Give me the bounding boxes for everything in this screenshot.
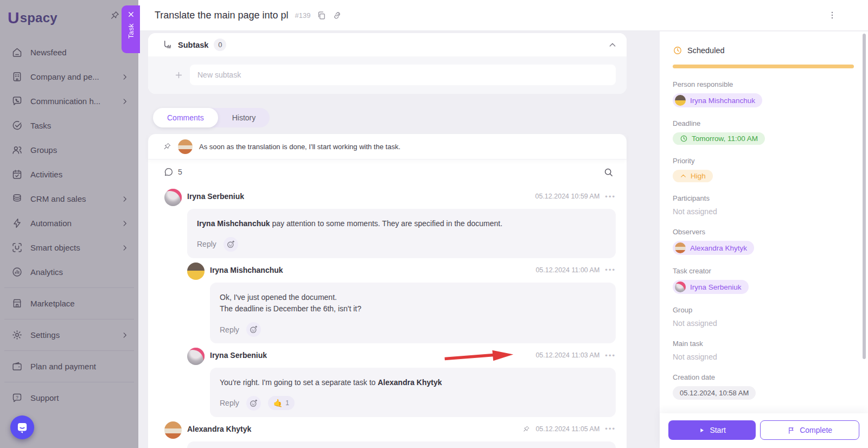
- field-task-creator: Task creatorIryna Serbeniuk: [673, 267, 854, 294]
- priority-pill[interactable]: High: [673, 170, 713, 182]
- comment-bubble: You're right. I'm going to set a separat…: [210, 368, 616, 417]
- tab-history[interactable]: History: [218, 108, 270, 127]
- not-assigned-value: Not assigned: [673, 353, 717, 361]
- comments-list: Iryna Serbeniuk 05.12.2024 10:59 AM ••• …: [148, 189, 627, 448]
- field-label: Deadline: [673, 119, 854, 127]
- person-name: Iryna Mishchanchuk: [690, 97, 755, 105]
- start-button[interactable]: Start: [668, 420, 756, 440]
- red-arrow-annotation: [442, 349, 515, 362]
- avatar: [164, 189, 182, 206]
- comment-item: Iryna Serbeniuk 05.12.2024 10:59 AM ••• …: [164, 189, 616, 258]
- comment-text: You're right. I'm going to set a separat…: [220, 377, 606, 389]
- avatar: [675, 95, 686, 106]
- add-reaction-button[interactable]: [246, 396, 261, 411]
- reaction-pill[interactable]: 🤙1: [268, 396, 295, 410]
- field-creation-date: Creation date05.12.2024, 10:58 AM: [673, 373, 854, 400]
- field-label: Priority: [673, 157, 854, 165]
- field-group: GroupNot assigned: [673, 306, 854, 328]
- tab-comments[interactable]: Comments: [153, 108, 218, 127]
- page-title: Translate the main page into pl: [155, 10, 288, 21]
- comment-item: Iryna Mishchanchuk 05.12.2024 11:00 AM •…: [187, 263, 616, 343]
- person-pill[interactable]: Iryna Serbeniuk: [673, 280, 749, 294]
- link-icon[interactable]: [333, 11, 342, 20]
- support-chat-button[interactable]: [10, 415, 34, 439]
- subtask-header[interactable]: Subtask 0: [148, 33, 627, 56]
- comment-text: Iryna Mishchanchuk pay attention to some…: [197, 218, 606, 230]
- status-badge: Scheduled: [687, 46, 725, 55]
- field-label: Group: [673, 306, 854, 314]
- sidebar-dim-overlay: [0, 0, 138, 448]
- comment-header: Alexandra Khytyk 05.12.2024 11:05 AM •••: [187, 421, 616, 437]
- avatar: [675, 242, 686, 253]
- field-label: Person responsible: [673, 80, 854, 88]
- pin-icon: [163, 142, 171, 151]
- comment-menu-icon[interactable]: •••: [605, 352, 616, 359]
- pinned-comment-text: As soon as the translation is done, I'll…: [199, 143, 400, 151]
- status-row[interactable]: Scheduled: [673, 46, 854, 55]
- kebab-menu-icon[interactable]: [827, 10, 838, 23]
- scrollbar[interactable]: [863, 34, 866, 359]
- reply-button[interactable]: Reply: [220, 325, 239, 334]
- status-progress-bar: [673, 65, 854, 68]
- comments-history-tabs: Comments History: [153, 108, 270, 127]
- avatar: [178, 139, 193, 154]
- flag-icon: [787, 426, 795, 434]
- field-value: Not assigned: [673, 207, 854, 216]
- field-label: Task creator: [673, 267, 854, 275]
- comment-bubble: Ok, I've just opened the document.The de…: [210, 283, 616, 343]
- comment-bubble: As soon as the translation is done, I'll…: [187, 441, 616, 448]
- subtask-count-badge: 0: [214, 39, 226, 51]
- comment-header: Iryna Mishchanchuk 05.12.2024 11:00 AM •…: [210, 263, 616, 278]
- field-person-responsible: Person responsibleIryna Mishchanchuk: [673, 80, 854, 107]
- close-icon: [127, 10, 135, 18]
- complete-button[interactable]: Complete: [760, 420, 859, 440]
- person-name: Iryna Serbeniuk: [690, 283, 742, 291]
- avatar: [187, 348, 205, 365]
- clock-icon: [673, 46, 682, 55]
- add-reaction-button[interactable]: [246, 322, 261, 337]
- field-value: Not assigned: [673, 353, 854, 361]
- field-value: Iryna Mishchanchuk: [673, 93, 854, 107]
- field-value: High: [673, 170, 854, 182]
- deadline-value: Tomorrow, 11:00 AM: [692, 135, 758, 143]
- person-pill[interactable]: Iryna Mishchanchuk: [673, 93, 762, 107]
- task-content: Subtask 0 Comments History As soon as th…: [138, 31, 660, 448]
- comment-bubble: Iryna Mishchanchuk pay attention to some…: [187, 209, 616, 258]
- avatar: [187, 263, 205, 280]
- new-subtask-input[interactable]: [190, 65, 616, 85]
- reply-button[interactable]: Reply: [197, 240, 216, 248]
- comments-count: 5: [178, 168, 182, 176]
- person-pill[interactable]: Alexandra Khytyk: [673, 241, 754, 255]
- task-panel-tab[interactable]: Task: [122, 5, 140, 53]
- deadline-pill[interactable]: Tomorrow, 11:00 AM: [673, 132, 765, 145]
- field-priority: PriorityHigh: [673, 157, 854, 182]
- field-participants: ParticipantsNot assigned: [673, 194, 854, 216]
- field-deadline: DeadlineTomorrow, 11:00 AM: [673, 119, 854, 145]
- reply-button[interactable]: Reply: [220, 399, 239, 407]
- comment-menu-icon[interactable]: •••: [605, 193, 616, 200]
- task-tab-label: Task: [127, 23, 135, 39]
- comment-actions: Reply: [197, 237, 606, 252]
- creation-date-value: 05.12.2024, 10:58 AM: [673, 386, 756, 400]
- collapse-chevron-icon[interactable]: [608, 41, 617, 49]
- comment-actions: Reply: [220, 322, 606, 337]
- comment-menu-icon[interactable]: •••: [605, 425, 616, 432]
- not-assigned-value: Not assigned: [673, 207, 717, 216]
- copy-icon[interactable]: [317, 11, 326, 20]
- comment-menu-icon[interactable]: •••: [605, 266, 616, 273]
- search-icon[interactable]: [603, 167, 614, 177]
- comment-item: Alexandra Khytyk 05.12.2024 11:05 AM •••…: [164, 421, 616, 448]
- field-value: Iryna Serbeniuk: [673, 280, 854, 294]
- pin-icon: [522, 425, 530, 433]
- comment-timestamp: 05.12.2024 11:03 AM: [535, 351, 599, 359]
- add-subtask-icon[interactable]: [174, 71, 183, 80]
- uspacy-app: Uspacy NewsfeedCompany and pe...Communic…: [0, 0, 868, 448]
- reaction-emoji: 🤙: [273, 399, 283, 407]
- add-reaction-button[interactable]: [224, 237, 238, 252]
- details-fields: Person responsibleIryna MishchanchukDead…: [673, 80, 854, 400]
- pinned-comment-banner[interactable]: As soon as the translation is done, I'll…: [148, 134, 627, 159]
- comment-actions: Reply 🤙1: [220, 396, 606, 411]
- reaction-count: 1: [285, 399, 289, 407]
- field-value: Tomorrow, 11:00 AM: [673, 132, 854, 145]
- comment-bubble-icon: [164, 167, 174, 177]
